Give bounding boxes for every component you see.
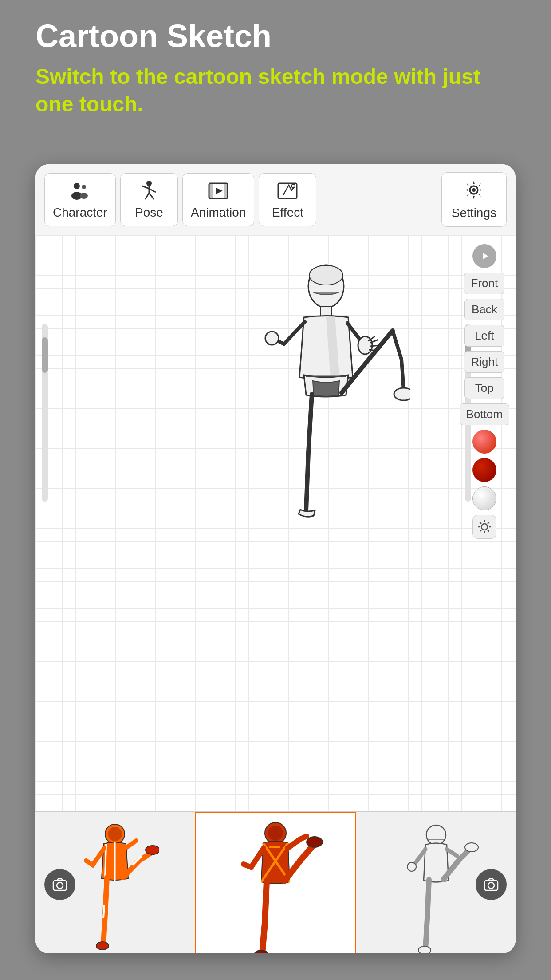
svg-line-41 <box>488 530 489 532</box>
svg-point-0 <box>74 183 80 189</box>
pose-button[interactable]: Pose <box>120 173 178 226</box>
svg-point-49 <box>96 942 109 950</box>
svg-point-55 <box>254 950 268 954</box>
left-view-button[interactable]: Left <box>464 325 504 347</box>
light-button[interactable] <box>472 515 496 539</box>
svg-point-22 <box>472 188 476 192</box>
scrollbar-left-thumb <box>42 337 48 373</box>
svg-point-48 <box>146 846 159 854</box>
settings-icon <box>463 179 485 202</box>
svg-point-35 <box>481 524 488 530</box>
animation-icon <box>207 180 229 202</box>
toolbar: Character Pose <box>35 164 516 235</box>
svg-line-9 <box>149 193 154 199</box>
svg-point-58 <box>407 862 416 871</box>
settings-button[interactable]: Settings <box>441 172 507 227</box>
effect-button[interactable]: Effect <box>259 173 316 226</box>
pose-icon <box>138 180 160 202</box>
svg-point-62 <box>488 882 494 889</box>
svg-point-60 <box>418 946 431 954</box>
svg-line-6 <box>142 186 149 189</box>
effect-icon <box>276 180 299 202</box>
thumbnail-1[interactable] <box>35 812 195 953</box>
svg-point-54 <box>307 837 323 847</box>
svg-marker-34 <box>483 253 488 260</box>
svg-line-7 <box>149 189 156 192</box>
svg-line-42 <box>488 522 489 524</box>
back-view-button[interactable]: Back <box>464 299 504 320</box>
svg-line-43 <box>480 530 481 532</box>
svg-point-32 <box>394 388 410 400</box>
svg-point-26 <box>265 332 279 345</box>
app-card: Character Pose <box>35 164 516 953</box>
character-icon <box>69 180 91 202</box>
svg-point-2 <box>82 185 86 189</box>
app-title: Cartoon Sketch <box>35 18 516 54</box>
thumbnail-2[interactable] <box>195 812 357 953</box>
svg-point-3 <box>80 193 88 199</box>
character-button[interactable]: Character <box>44 173 116 226</box>
pose-label: Pose <box>135 205 163 220</box>
camera-right-button[interactable] <box>476 869 507 900</box>
color-ball-red-light[interactable] <box>472 430 496 454</box>
right-view-button[interactable]: Right <box>464 351 504 373</box>
svg-point-47 <box>108 827 122 841</box>
top-view-button[interactable]: Top <box>464 377 504 399</box>
svg-point-53 <box>268 826 283 841</box>
color-ball-red-dark[interactable] <box>472 458 496 482</box>
svg-line-8 <box>145 193 149 199</box>
svg-marker-13 <box>216 188 223 194</box>
bottom-view-button[interactable]: Bottom <box>460 403 509 425</box>
settings-label: Settings <box>452 206 496 220</box>
color-ball-white[interactable] <box>472 486 496 510</box>
effect-label: Effect <box>272 205 303 220</box>
animation-label: Animation <box>191 205 246 220</box>
character-label: Character <box>53 205 107 220</box>
sketch-character <box>242 262 410 573</box>
animation-button[interactable]: Animation <box>182 173 255 226</box>
svg-rect-14 <box>278 183 297 198</box>
right-controls: Front Back Left Right Top Bottom <box>460 244 509 539</box>
svg-line-40 <box>480 522 481 524</box>
svg-point-4 <box>146 181 152 186</box>
svg-rect-12 <box>224 183 228 198</box>
front-view-button[interactable]: Front <box>464 273 504 294</box>
svg-point-56 <box>426 825 446 845</box>
svg-line-50 <box>103 905 104 918</box>
canvas-area[interactable]: Front Back Left Right Top Bottom <box>35 235 516 953</box>
header-section: Cartoon Sketch Switch to the cartoon ske… <box>35 18 516 119</box>
scrollbar-left[interactable] <box>42 324 48 502</box>
svg-point-59 <box>465 843 478 852</box>
svg-point-24 <box>309 265 343 285</box>
app-subtitle: Switch to the cartoon sketch mode with j… <box>35 63 516 119</box>
play-button[interactable] <box>472 244 496 268</box>
svg-rect-11 <box>209 183 213 198</box>
thumbnail-strip <box>35 811 516 953</box>
